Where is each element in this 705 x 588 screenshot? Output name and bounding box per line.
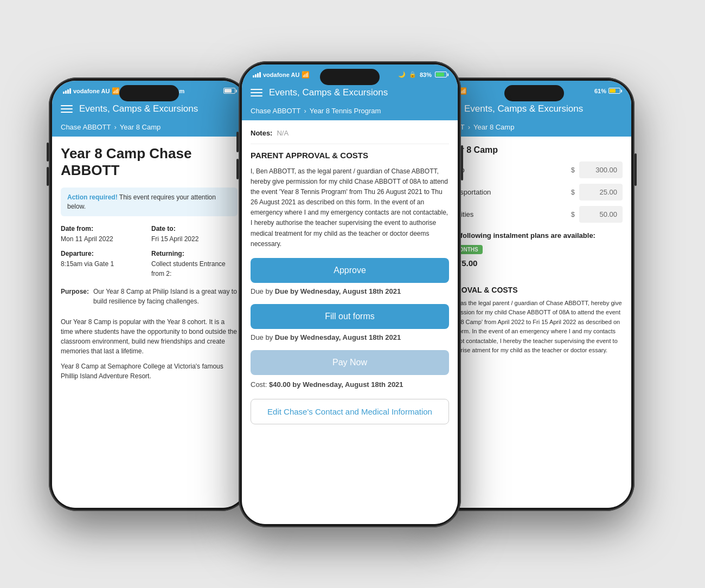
carrier-center: vodafone AU — [263, 72, 299, 78]
approve-due: Due by Due by Wednesday, August 18th 202… — [251, 287, 449, 295]
dollar-transport: $ — [571, 188, 575, 196]
chevron-icon-center: › — [304, 107, 306, 115]
content-center: Notes: N/A PARENT APPROVAL & COSTS I, Be… — [242, 120, 458, 524]
cost-table: Camp $ Transportation $ Activities $ — [446, 161, 623, 223]
transport-label: Transportation — [446, 188, 567, 196]
approval-text-center: I, Ben ABBOTT, as the legal parent / gua… — [251, 166, 449, 250]
approval-text-right: OTT, as the legal parent / guardian of C… — [446, 299, 623, 356]
approve-button[interactable]: Approve — [251, 258, 449, 283]
battery-center — [435, 72, 447, 77]
edit-contact-button[interactable]: Edit Chase's Contact and Medical Informa… — [251, 399, 449, 424]
purpose-para3: Year 8 Camp at Semaphore College at Vict… — [61, 361, 238, 381]
lock-icon: 🔒 — [409, 71, 416, 78]
battery-percent-right: 61% — [594, 88, 606, 94]
total-amount: $ 375.00 — [446, 259, 623, 268]
content-right: Year 8 Camp Camp $ Transportation $ — [437, 137, 631, 508]
hamburger-menu-left[interactable] — [61, 105, 73, 113]
camp-label: Camp — [446, 166, 567, 174]
notes-row: Notes: N/A — [251, 129, 449, 144]
battery-percent-center: 83% — [420, 72, 432, 78]
app-title-left: Events, Camps & Excursions — [79, 104, 198, 114]
breadcrumb-right: BOTT › Year 8 Camp — [437, 120, 631, 137]
phone-left: vodafone AU 📶 11:51 am — [49, 77, 249, 511]
breadcrumb-event-left[interactable]: Year 8 Camp — [120, 123, 161, 131]
purpose-para1: Our Year 8 Camp at Philip Island is a gr… — [93, 287, 238, 306]
event-name-left: Year 8 Camp — [61, 145, 145, 161]
dollar-activities: $ — [571, 210, 575, 218]
cost-row-activities: Activities $ — [446, 206, 623, 223]
dollar-camp: $ — [571, 166, 575, 174]
breadcrumb-event-center[interactable]: Year 8 Tennis Program — [310, 107, 381, 115]
cost-label: Cost: — [251, 380, 267, 389]
phone-right-screen: AU 📶 11:52 am 61% — [437, 81, 631, 508]
section-title-center: PARENT APPROVAL & COSTS — [251, 151, 449, 160]
app-title-center: Events, Camps & Excursions — [269, 87, 388, 98]
date-from-item: Date from: Mon 11 April 2022 — [61, 225, 147, 243]
app-header-left: Events, Camps & Excursions — [52, 98, 246, 120]
chevron-icon-right: › — [468, 123, 470, 131]
purpose-label: Purpose: — [61, 287, 89, 312]
cost-text: Cost: $40.00 by Wednesday, August 18th 2… — [251, 379, 449, 390]
event-title-left: Year 8 Camp Chase ABBOTT — [61, 145, 238, 179]
returning-value: Collect students Entrance from 2: — [151, 260, 226, 277]
signal-icon-center — [253, 72, 261, 77]
date-from-label: Date from: — [61, 225, 147, 232]
transport-amount[interactable] — [579, 184, 623, 201]
action-required-banner: Action required! This event requires you… — [61, 188, 238, 217]
wifi-icon-center: 📶 — [302, 71, 310, 79]
chevron-icon-left: › — [114, 123, 116, 131]
phone-right: AU 📶 11:52 am 61% — [434, 77, 634, 511]
pay-now-button[interactable]: Pay Now — [251, 350, 449, 375]
activities-amount[interactable] — [579, 206, 623, 223]
approve-due-date: Due by Wednesday, August 18th 2021 — [275, 287, 401, 295]
cost-row-transport: Transportation $ — [446, 184, 623, 201]
purpose-section: Purpose: Our Year 8 Camp at Philip Islan… — [61, 287, 238, 381]
app-header-center: Events, Camps & Excursions — [242, 82, 458, 104]
moon-icon: 🌙 — [398, 71, 406, 78]
cost-row-camp: Camp $ — [446, 161, 623, 178]
date-to-label: Date to: — [151, 225, 238, 232]
returning-label: Returning: — [151, 250, 238, 257]
hamburger-menu-center[interactable] — [251, 89, 262, 96]
phone-center: vodafone AU 📶 🌙 🔒 83% — [239, 61, 461, 527]
scene: vodafone AU 📶 11:51 am — [27, 23, 678, 565]
battery-left — [223, 88, 235, 94]
date-from-value: Mon 11 April 2022 — [61, 235, 113, 243]
breadcrumb-event-right[interactable]: Year 8 Camp — [473, 123, 514, 131]
breadcrumb-center: Chase ABBOTT › Year 8 Tennis Program — [242, 104, 458, 120]
returning-item: Returning: Collect students Entrance fro… — [151, 250, 238, 278]
content-left: Year 8 Camp Chase ABBOTT Action required… — [52, 137, 246, 508]
camp-amount[interactable] — [579, 161, 623, 178]
cost-amount: $40.00 — [269, 380, 291, 389]
date-to-item: Date to: Fri 15 April 2022 — [151, 225, 238, 243]
dynamic-island-center — [320, 69, 380, 85]
dynamic-island-right — [504, 85, 564, 101]
phone-center-screen: vodafone AU 📶 🌙 🔒 83% — [242, 64, 458, 524]
na-text: N/A — [446, 270, 623, 278]
breadcrumb-student-left[interactable]: Chase ABBOTT — [61, 123, 111, 131]
signal-icon — [63, 88, 71, 94]
action-required-label: Action required! — [67, 193, 118, 201]
battery-right — [608, 88, 620, 94]
activities-label: Activities — [446, 210, 567, 218]
carrier-left: vodafone AU — [73, 88, 110, 94]
breadcrumb-student-center[interactable]: Chase ABBOTT — [251, 107, 300, 115]
fill-forms-due: Due by Due by Wednesday, August 18th 202… — [251, 333, 449, 341]
breadcrumb-left: Chase ABBOTT › Year 8 Camp — [52, 120, 246, 137]
dynamic-island-left — [119, 85, 179, 101]
camp-title: Year 8 Camp — [446, 145, 623, 155]
fill-forms-due-date: Due by Wednesday, August 18th 2021 — [275, 333, 401, 341]
departure-value: 8:15am via Gate 1 — [61, 260, 114, 268]
app-header-right: Events, Camps & Excursions — [437, 98, 631, 120]
date-to-value: Fri 15 April 2022 — [151, 235, 198, 243]
approval-costs-title: PPROVAL & COSTS — [446, 286, 623, 294]
purpose-para2: Our Year 8 Camp is popular with the Year… — [61, 317, 238, 356]
fill-forms-button[interactable]: Fill out forms — [251, 304, 449, 329]
instalment-label: The following instalment plans are avail… — [446, 231, 623, 240]
departure-item: Departure: 8:15am via Gate 1 — [61, 250, 147, 278]
detail-grid: Date from: Mon 11 April 2022 Date to: Fr… — [61, 225, 238, 278]
cost-due: by Wednesday, August 18th 2021 — [292, 380, 403, 389]
phone-left-screen: vodafone AU 📶 11:51 am — [52, 81, 246, 508]
departure-label: Departure: — [61, 250, 147, 257]
notes-label: Notes: — [251, 129, 272, 137]
